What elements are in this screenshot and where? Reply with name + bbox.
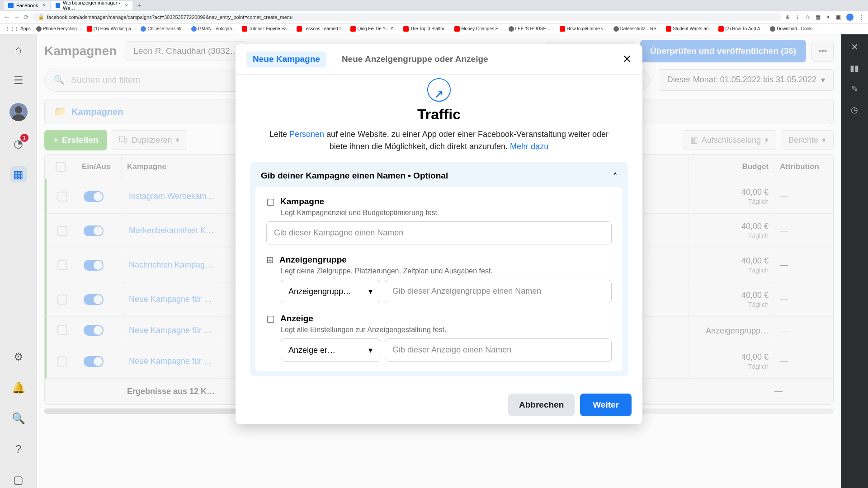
chevron-up-icon: ˄ [613,172,617,180]
modal-tab-new-campaign[interactable]: Neue Kampagne [246,52,326,67]
site-icon [509,26,514,32]
field-sub-campaign: Legt Kampagnenziel und Budgetoptimierung… [281,209,612,217]
modal-title: Traffic [250,106,628,123]
select-value: Anzeigengrupp… [288,287,351,296]
panel-icon[interactable]: ▢ [10,472,27,488]
browser-tab-active[interactable]: Werbeanzeigenmanager - We… × [51,1,132,10]
puzzle-icon[interactable]: ✦ [826,14,830,20]
modal-backdrop: Neue Kampagne Neue Anzeigengruppe oder A… [37,34,841,488]
site-icon [36,26,42,32]
bookmark-item[interactable]: How to get more v… [558,25,609,33]
star-icon[interactable]: ☆ [805,14,810,20]
select-value: Anzeige er… [288,346,335,355]
gauge-icon[interactable]: ◔1 [10,136,27,152]
ad-name-input[interactable]: Gib dieser Anzeige einen Namen [385,338,612,362]
ad-select[interactable]: Anzeige er… ▾ [281,338,380,362]
field-title-ad: Anzeige [280,314,313,324]
modal-description: Leite Personen auf eine Website, zu eine… [250,128,628,153]
menu-icon[interactable]: ⋮ [859,14,864,20]
close-icon[interactable]: ✕ [623,53,632,66]
chevron-down-icon: ▾ [368,286,373,296]
facebook-icon [8,3,14,8]
close-icon[interactable]: ✕ [851,42,859,52]
youtube-icon [350,26,356,32]
lock-icon: 🔒 [38,14,44,20]
bookmark-item[interactable]: Student Wants an… [664,25,715,33]
modal-tab-new-adset[interactable]: Neue Anzeigengruppe oder Anzeige [335,52,495,67]
youtube-icon [454,26,460,32]
close-icon[interactable]: × [125,2,128,9]
bookmark-item[interactable]: Tutorial: Eigene Fa… [240,25,293,33]
youtube-icon [403,26,409,32]
grid-icon: ⊞ [266,254,274,265]
tab-title: Facebook [16,3,38,8]
reload-icon[interactable]: ⟳ [24,14,29,21]
section-title: Gib deiner Kampagne einen Namen • Option… [261,171,448,181]
badge: 1 [20,134,28,142]
adset-name-input[interactable]: Gib dieser Anzeigengruppe einen Namen [385,280,612,303]
grid-icon[interactable]: ▦ [10,166,27,183]
youtube-icon [666,26,671,32]
search-icon[interactable]: 🔍 [10,410,27,427]
avatar-icon[interactable] [846,14,854,21]
close-icon[interactable]: × [42,2,46,9]
cancel-button[interactable]: Abbrechen [508,394,575,416]
bookmark-item[interactable]: GMSN - Vologda… [189,25,238,33]
forward-icon[interactable]: → [14,14,20,21]
youtube-icon [560,26,565,32]
traffic-icon: ↗ [427,78,451,102]
campaign-name-input[interactable]: Gib dieser Kampagne einen Namen [266,221,612,244]
back-icon[interactable]: ← [4,14,10,21]
bookmarks-bar: ⋮⋮⋮Apps Phone Recycling… (1) How Working… [0,23,868,34]
right-rail: ✕ ▮▮ ✎ ◷ [841,34,868,488]
chart-icon[interactable]: ▮▮ [850,63,859,73]
adset-select[interactable]: Anzeigengrupp… ▾ [281,280,380,303]
bookmark-item[interactable]: Qing Fei De Yi - Y… [349,25,400,33]
extension-icon[interactable]: ▦ [816,14,821,20]
bookmark-item[interactable]: ⋮⋮⋮Apps [4,25,33,32]
browser-tab[interactable]: Facebook × [4,1,50,10]
bookmark-item[interactable]: (2) How To Add A… [717,25,766,33]
bookmark-item[interactable]: LEE 'S HOUSE –… [507,25,557,33]
link-personen[interactable]: Personen [289,130,324,139]
site-icon [191,26,197,32]
chevron-down-icon: ▾ [368,345,373,355]
youtube-icon [242,26,247,32]
address-bar: ← → ⟳ 🔒 facebook.com/adsmanager/manage/c… [0,11,868,23]
home-icon[interactable]: ⌂ [10,42,27,58]
bookmark-item[interactable]: Datenschutz – Re… [612,25,663,33]
gear-icon[interactable]: ⚙ [10,349,27,365]
clock-icon[interactable]: ◷ [851,105,858,115]
help-icon[interactable]: ? [10,441,27,457]
avatar[interactable] [9,103,28,121]
youtube-icon [297,26,302,32]
edit-icon[interactable]: ✎ [851,84,858,94]
menu-icon[interactable]: ☰ [10,72,27,89]
extension-icon[interactable]: ▣ [836,14,841,20]
section-header-naming[interactable]: Gib deiner Kampagne einen Namen • Option… [253,164,625,187]
share-icon[interactable]: ⇪ [795,14,800,20]
next-button[interactable]: Weiter [580,394,632,416]
field-sub-ad: Legt alle Einstellungen zur Anzeigengest… [281,326,612,334]
bookmark-item[interactable]: Phone Recycling… [34,25,83,33]
browser-tab-strip: Facebook × Werbeanzeigenmanager - We… × … [0,0,868,11]
link-learn-more[interactable]: Mehr dazu [510,142,548,151]
site-icon [613,26,619,32]
facebook-icon [56,3,60,8]
bookmark-item[interactable]: Download - Cooki… [768,25,819,33]
bookmark-item[interactable]: Money Changes E… [453,25,505,33]
bookmark-item[interactable]: The Top 3 Platfor… [401,25,451,33]
zoom-icon[interactable]: ⊕ [785,14,790,20]
apps-icon: ⋮⋮⋮ [5,26,19,31]
ad-icon: ▢ [266,313,275,324]
url-text: facebook.com/adsmanager/manage/campaigns… [47,14,292,20]
youtube-icon [718,26,724,32]
new-tab-button[interactable]: + [133,1,145,9]
bookmark-item[interactable]: Chinese translati… [139,25,187,33]
bell-icon[interactable]: 🔔 [10,380,27,396]
bookmark-item[interactable]: Lessons Learned f… [295,25,347,33]
field-title-adset: Anzeigengruppe [279,255,347,265]
youtube-icon [87,26,92,32]
bookmark-item[interactable]: (1) How Working a… [85,25,137,33]
url-field[interactable]: 🔒 facebook.com/adsmanager/manage/campaig… [33,13,782,21]
